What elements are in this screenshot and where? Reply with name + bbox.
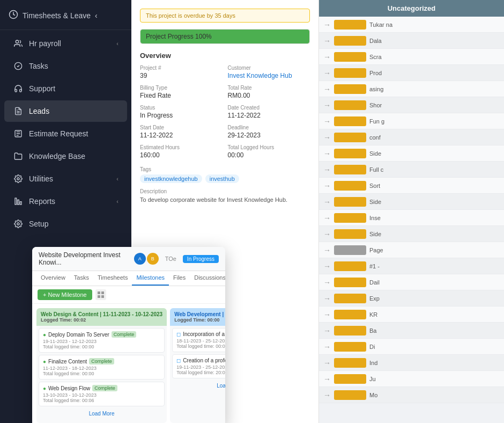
headset-icon [13,83,24,94]
svg-rect-7 [15,198,17,205]
svg-rect-12 [101,291,104,294]
kanban-text: Scra [369,54,500,60]
sidebar-item-estimate-request[interactable]: Estimate Request [4,123,127,144]
kanban-text: asing [369,86,500,92]
svg-rect-8 [18,200,19,205]
kanban-badge [334,116,366,126]
date-created-label: Date Created [228,105,310,111]
arrow-icon: → [323,69,331,77]
estimated-hours-value: 160:00 [140,151,223,159]
tag-1[interactable]: investknowledgehub [140,174,202,183]
tags-row: investknowledgehub investhub [140,174,310,183]
load-more-1[interactable]: Load More [36,409,167,419]
start-date-label: Start Date [140,125,223,130]
kanban-row: → Exp [319,290,504,307]
tab-tasks[interactable]: Tasks [70,271,93,286]
sidebar-item-utilities[interactable]: Utilities ‹ [4,168,127,189]
arrow-icon: → [323,198,331,206]
tab-overview[interactable]: Overview [36,271,70,286]
modal-status-badge: In Progress [183,255,219,263]
sidebar-item-reports[interactable]: Reports ‹ [4,191,127,212]
arrow-icon: → [323,230,331,238]
project-number-label: Project # [140,65,223,71]
chevron-icon: ‹ [95,11,98,20]
billing-type-label: Billing Type [140,85,223,91]
kanban-text: Prod [369,70,500,76]
sidebar-item-support[interactable]: Support [4,78,127,99]
kanban-row: → Ba [319,323,504,339]
sidebar-top-item[interactable]: Timesheets & Leave ‹ [0,4,131,30]
field-total-rate: Total Rate RM0.00 [228,85,310,99]
new-milestone-button[interactable]: + New Milestone [38,289,92,300]
field-total-logged: Total Logged Hours 00:00 [228,144,310,159]
arrow-icon: → [323,391,331,399]
tab-milestones[interactable]: Milestones [132,271,169,286]
tag-2[interactable]: investhub [205,174,239,183]
floating-modal: Website Development Invest Knowi... A B … [32,247,225,423]
deadline-label: Deadline [228,125,310,130]
estimated-hours-label: Estimated Hours [140,144,223,150]
field-project-number: Project # 39 [140,65,223,79]
sidebar-item-hr-payroll[interactable]: Hr payroll ‹ [4,33,127,54]
kanban-badge [334,261,366,271]
kanban-row: → Full c [319,162,504,178]
kanban-row: → Ju [319,371,504,387]
sidebar-setup-label: Setup [29,220,118,228]
field-status: Status In Progress [140,105,223,119]
kanban-text: Shor [369,102,500,108]
sidebar-item-leads[interactable]: Leads [4,100,127,122]
load-more-2[interactable]: Load More [170,381,225,391]
chevron-icon: ‹ [116,198,118,205]
kanban-text: #1 - [369,263,500,269]
arrow-icon: → [323,101,331,110]
kanban-badge [334,181,366,191]
arrow-icon: → [323,117,331,126]
description-text: To develop corporate website for Invest … [140,196,310,203]
folder-icon [13,151,24,162]
kanban-header: Uncategorized [319,0,504,17]
chart-bar-icon [13,196,24,207]
kanban-badge [334,294,366,303]
cog-icon [13,218,24,229]
kanban-row: → Scra [319,49,504,65]
check-circle-icon [13,61,24,71]
arrow-icon: → [323,181,331,190]
sidebar-estimate-label: Estimate Request [29,129,118,138]
arrow-icon: → [323,133,331,142]
arrow-icon: → [323,246,331,254]
milestone-col-title-2: Web Development | 11-12-2023 - 25-12-202… [174,311,225,317]
arrow-icon: → [323,262,331,271]
kanban-row: → KR [319,307,504,323]
kanban-text: Side [369,150,500,157]
sidebar-item-setup[interactable]: Setup [4,213,127,235]
tab-timesheets[interactable]: Timesheets [93,271,132,286]
chevron-icon: ‹ [116,40,118,47]
modal-header: Website Development Invest Knowi... A B … [32,247,225,271]
arrow-icon: → [323,37,331,45]
svg-point-10 [17,223,19,225]
field-estimated-hours: Estimated Hours 160:00 [140,144,223,159]
kanban-text: Full c [369,166,500,173]
kanban-text: KR [369,311,500,318]
tab-discussions[interactable]: Discussions [190,271,225,286]
milestone-status-3: Complete [92,385,117,391]
arrow-icon: → [323,214,331,222]
tags-label: Tags [140,166,310,172]
total-logged-label: Total Logged Hours [228,144,310,150]
kanban-badge [334,229,366,239]
kanban-text: Mo [369,392,500,398]
field-date-created: Date Created 11-12-2022 [228,105,310,119]
kanban-row: → Ind [319,355,504,371]
grid-view-button[interactable] [95,289,106,300]
kanban-row: → Side [319,145,504,162]
tab-files[interactable]: Files [169,271,190,286]
sidebar-item-tasks[interactable]: Tasks [4,55,127,77]
milestone-col-header-2: Web Development | 11-12-2023 - 25-12-202… [170,308,225,326]
deadline-value: 29-12-2023 [228,132,310,139]
kanban-text: Dala [369,38,500,44]
sidebar-item-knowledge-base[interactable]: Knowledge Base [4,145,127,167]
kanban-row: → Mo [319,387,504,403]
description-label: Description [140,188,310,194]
kanban-row: → Dail [319,274,504,290]
arrow-icon: → [323,294,331,303]
